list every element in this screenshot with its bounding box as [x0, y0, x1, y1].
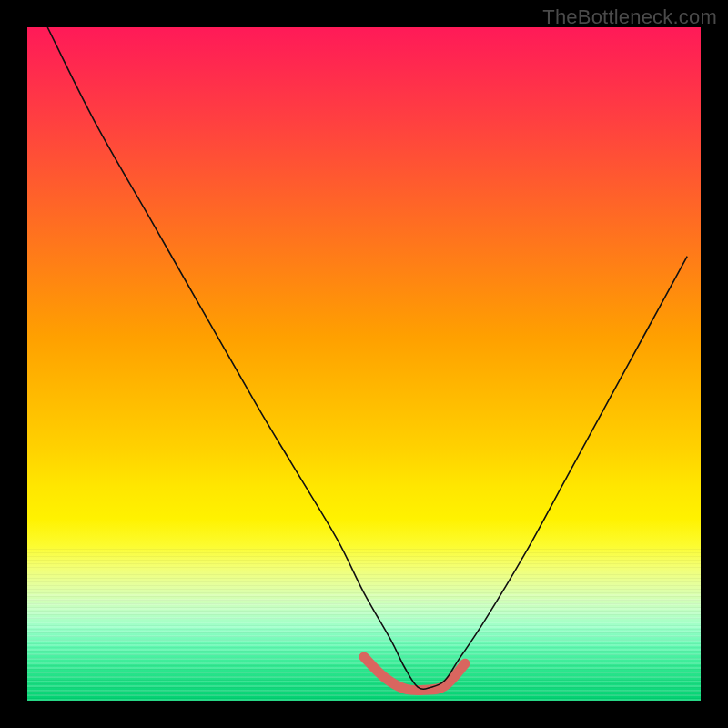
watermark-text: TheBottleneck.com — [542, 5, 717, 29]
chart-frame: TheBottleneck.com — [0, 0, 728, 728]
curve-layer — [27, 27, 701, 701]
bottleneck-curve — [47, 27, 687, 689]
plot-area — [27, 27, 701, 701]
